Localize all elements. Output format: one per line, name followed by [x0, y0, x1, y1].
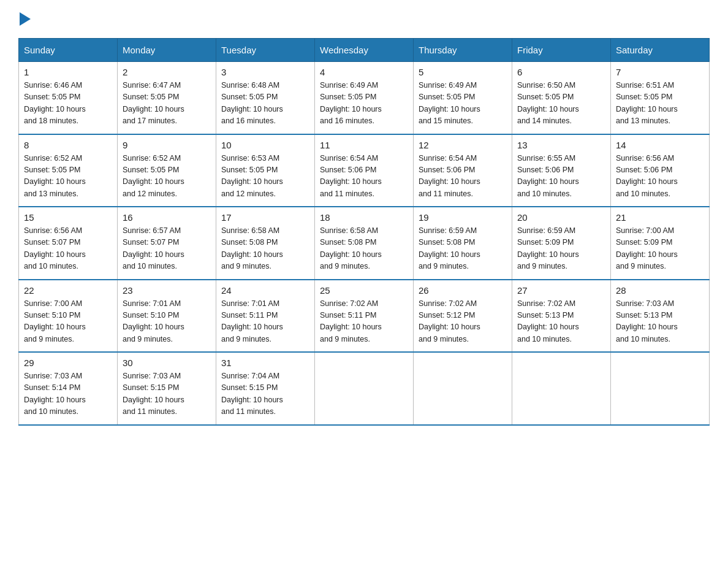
day-info: Sunrise: 7:03 AMSunset: 5:14 PMDaylight:…	[24, 372, 86, 416]
day-info: Sunrise: 6:49 AMSunset: 5:05 PMDaylight:…	[419, 81, 480, 125]
column-header-monday: Monday	[118, 39, 216, 62]
day-number: 14	[616, 140, 704, 150]
day-info: Sunrise: 6:54 AMSunset: 5:06 PMDaylight:…	[419, 154, 480, 198]
svg-marker-0	[20, 12, 31, 26]
day-info: Sunrise: 6:53 AMSunset: 5:05 PMDaylight:…	[221, 154, 283, 198]
calendar-cell: 26 Sunrise: 7:02 AMSunset: 5:12 PMDaylig…	[414, 280, 512, 353]
calendar-week-row: 29 Sunrise: 7:03 AMSunset: 5:14 PMDaylig…	[19, 352, 710, 425]
day-number: 13	[517, 140, 605, 150]
day-number: 4	[320, 67, 408, 77]
calendar-cell: 19 Sunrise: 6:59 AMSunset: 5:08 PMDaylig…	[414, 207, 512, 280]
day-number: 23	[123, 285, 211, 296]
calendar-cell: 27 Sunrise: 7:02 AMSunset: 5:13 PMDaylig…	[512, 280, 611, 353]
day-number: 20	[517, 212, 605, 223]
day-number: 29	[24, 358, 112, 368]
page-header	[18, 12, 710, 26]
calendar-header-row: SundayMondayTuesdayWednesdayThursdayFrid…	[19, 39, 710, 62]
calendar-week-row: 8 Sunrise: 6:52 AMSunset: 5:05 PMDayligh…	[19, 134, 710, 207]
calendar-cell: 31 Sunrise: 7:04 AMSunset: 5:15 PMDaylig…	[216, 352, 315, 425]
day-info: Sunrise: 7:01 AMSunset: 5:10 PMDaylight:…	[123, 299, 184, 343]
day-info: Sunrise: 6:51 AMSunset: 5:05 PMDaylight:…	[616, 81, 678, 125]
calendar-cell: 12 Sunrise: 6:54 AMSunset: 5:06 PMDaylig…	[414, 134, 512, 207]
calendar-cell: 2 Sunrise: 6:47 AMSunset: 5:05 PMDayligh…	[118, 62, 216, 134]
day-info: Sunrise: 7:00 AMSunset: 5:10 PMDaylight:…	[24, 299, 86, 343]
calendar-week-row: 15 Sunrise: 6:56 AMSunset: 5:07 PMDaylig…	[19, 207, 710, 280]
calendar-cell: 23 Sunrise: 7:01 AMSunset: 5:10 PMDaylig…	[118, 280, 216, 353]
day-number: 19	[419, 212, 507, 223]
day-info: Sunrise: 6:52 AMSunset: 5:05 PMDaylight:…	[123, 154, 184, 198]
calendar-cell: 14 Sunrise: 6:56 AMSunset: 5:06 PMDaylig…	[611, 134, 710, 207]
day-number: 22	[24, 285, 112, 296]
calendar-cell: 20 Sunrise: 6:59 AMSunset: 5:09 PMDaylig…	[512, 207, 611, 280]
day-info: Sunrise: 6:48 AMSunset: 5:05 PMDaylight:…	[221, 81, 283, 125]
day-info: Sunrise: 6:55 AMSunset: 5:06 PMDaylight:…	[517, 154, 579, 198]
calendar-cell: 11 Sunrise: 6:54 AMSunset: 5:06 PMDaylig…	[315, 134, 414, 207]
day-info: Sunrise: 6:59 AMSunset: 5:08 PMDaylight:…	[419, 226, 480, 270]
day-info: Sunrise: 6:52 AMSunset: 5:05 PMDaylight:…	[24, 154, 86, 198]
day-info: Sunrise: 6:57 AMSunset: 5:07 PMDaylight:…	[123, 226, 184, 270]
calendar-cell: 16 Sunrise: 6:57 AMSunset: 5:07 PMDaylig…	[118, 207, 216, 280]
day-info: Sunrise: 6:56 AMSunset: 5:07 PMDaylight:…	[24, 226, 86, 270]
column-header-thursday: Thursday	[414, 39, 512, 62]
day-info: Sunrise: 6:59 AMSunset: 5:09 PMDaylight:…	[517, 226, 579, 270]
calendar-cell: 5 Sunrise: 6:49 AMSunset: 5:05 PMDayligh…	[414, 62, 512, 134]
day-number: 16	[123, 212, 211, 223]
calendar-cell: 4 Sunrise: 6:49 AMSunset: 5:05 PMDayligh…	[315, 62, 414, 134]
day-info: Sunrise: 7:01 AMSunset: 5:11 PMDaylight:…	[221, 299, 283, 343]
column-header-saturday: Saturday	[611, 39, 710, 62]
calendar-cell: 1 Sunrise: 6:46 AMSunset: 5:05 PMDayligh…	[19, 62, 118, 134]
day-info: Sunrise: 6:54 AMSunset: 5:06 PMDaylight:…	[320, 154, 382, 198]
day-number: 9	[123, 140, 211, 150]
day-number: 27	[517, 285, 605, 296]
logo-arrow-icon	[20, 12, 31, 26]
column-header-tuesday: Tuesday	[216, 39, 315, 62]
day-info: Sunrise: 6:49 AMSunset: 5:05 PMDaylight:…	[320, 81, 382, 125]
calendar-cell: 28 Sunrise: 7:03 AMSunset: 5:13 PMDaylig…	[611, 280, 710, 353]
day-number: 1	[24, 67, 112, 77]
calendar-week-row: 1 Sunrise: 6:46 AMSunset: 5:05 PMDayligh…	[19, 62, 710, 134]
day-number: 21	[616, 212, 704, 223]
calendar-cell: 8 Sunrise: 6:52 AMSunset: 5:05 PMDayligh…	[19, 134, 118, 207]
day-info: Sunrise: 6:58 AMSunset: 5:08 PMDaylight:…	[221, 226, 283, 270]
calendar-cell: 10 Sunrise: 6:53 AMSunset: 5:05 PMDaylig…	[216, 134, 315, 207]
day-number: 25	[320, 285, 408, 296]
calendar-cell	[414, 352, 512, 425]
day-number: 3	[221, 67, 309, 77]
day-number: 12	[419, 140, 507, 150]
calendar-cell: 25 Sunrise: 7:02 AMSunset: 5:11 PMDaylig…	[315, 280, 414, 353]
day-number: 8	[24, 140, 112, 150]
calendar-week-row: 22 Sunrise: 7:00 AMSunset: 5:10 PMDaylig…	[19, 280, 710, 353]
day-number: 24	[221, 285, 309, 296]
calendar-cell: 17 Sunrise: 6:58 AMSunset: 5:08 PMDaylig…	[216, 207, 315, 280]
calendar-cell	[611, 352, 710, 425]
day-number: 7	[616, 67, 704, 77]
day-number: 6	[517, 67, 605, 77]
day-info: Sunrise: 7:04 AMSunset: 5:15 PMDaylight:…	[221, 372, 283, 416]
logo	[18, 12, 31, 26]
day-info: Sunrise: 7:03 AMSunset: 5:13 PMDaylight:…	[616, 299, 678, 343]
day-number: 30	[123, 358, 211, 368]
calendar-cell: 24 Sunrise: 7:01 AMSunset: 5:11 PMDaylig…	[216, 280, 315, 353]
calendar-cell: 22 Sunrise: 7:00 AMSunset: 5:10 PMDaylig…	[19, 280, 118, 353]
day-number: 2	[123, 67, 211, 77]
day-number: 11	[320, 140, 408, 150]
calendar-cell: 18 Sunrise: 6:58 AMSunset: 5:08 PMDaylig…	[315, 207, 414, 280]
column-header-wednesday: Wednesday	[315, 39, 414, 62]
day-info: Sunrise: 7:02 AMSunset: 5:12 PMDaylight:…	[419, 299, 480, 343]
day-info: Sunrise: 7:02 AMSunset: 5:11 PMDaylight:…	[320, 299, 382, 343]
calendar-cell: 7 Sunrise: 6:51 AMSunset: 5:05 PMDayligh…	[611, 62, 710, 134]
day-number: 31	[221, 358, 309, 368]
day-number: 5	[419, 67, 507, 77]
column-header-sunday: Sunday	[19, 39, 118, 62]
day-info: Sunrise: 7:03 AMSunset: 5:15 PMDaylight:…	[123, 372, 184, 416]
calendar-cell: 9 Sunrise: 6:52 AMSunset: 5:05 PMDayligh…	[118, 134, 216, 207]
day-info: Sunrise: 7:00 AMSunset: 5:09 PMDaylight:…	[616, 226, 678, 270]
day-number: 17	[221, 212, 309, 223]
calendar-cell: 21 Sunrise: 7:00 AMSunset: 5:09 PMDaylig…	[611, 207, 710, 280]
day-number: 26	[419, 285, 507, 296]
day-info: Sunrise: 6:47 AMSunset: 5:05 PMDaylight:…	[123, 81, 184, 125]
day-info: Sunrise: 7:02 AMSunset: 5:13 PMDaylight:…	[517, 299, 579, 343]
calendar-cell	[315, 352, 414, 425]
day-number: 10	[221, 140, 309, 150]
column-header-friday: Friday	[512, 39, 611, 62]
